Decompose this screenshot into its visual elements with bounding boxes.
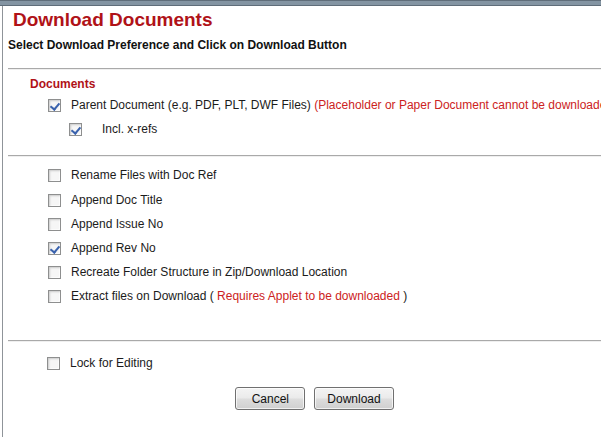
divider-top: [8, 68, 601, 69]
incl-xrefs-checkbox[interactable]: [69, 123, 82, 136]
recreate-folder-checkbox[interactable]: [48, 266, 61, 279]
lock-for-editing-checkbox[interactable]: [47, 357, 60, 370]
divider-middle: [8, 155, 601, 156]
rename-files-checkbox[interactable]: [48, 169, 61, 182]
parent-document-row: Parent Document (e.g. PDF, PLT, DWF File…: [48, 98, 601, 112]
option-row-extract-files: Extract files on Download ( Requires App…: [48, 289, 407, 303]
lock-for-editing-row: Lock for Editing: [47, 356, 153, 370]
dialog-title: Download Documents: [13, 9, 213, 31]
divider-bottom: [8, 340, 601, 341]
option-row-append-doc-title: Append Doc Title: [48, 193, 162, 207]
dialog-subtitle: Select Download Preference and Click on …: [8, 38, 347, 52]
option-row-append-rev-no: Append Rev No: [48, 241, 156, 255]
option-row-recreate-folder: Recreate Folder Structure in Zip/Downloa…: [48, 265, 347, 279]
action-buttons: Cancel Download: [14, 387, 601, 410]
cancel-button[interactable]: Cancel: [235, 387, 305, 410]
append-rev-no-label: Append Rev No: [71, 241, 156, 255]
incl-xrefs-label: Incl. x-refs: [102, 122, 157, 136]
dialog-top-edge: [0, 0, 601, 6]
append-issue-no-checkbox[interactable]: [48, 218, 61, 231]
dialog-left-edge: [2, 6, 3, 437]
append-issue-no-label: Append Issue No: [71, 217, 163, 231]
recreate-folder-label: Recreate Folder Structure in Zip/Downloa…: [71, 265, 347, 279]
lock-for-editing-label: Lock for Editing: [70, 356, 153, 370]
append-doc-title-label: Append Doc Title: [71, 193, 162, 207]
append-rev-no-checkbox[interactable]: [48, 242, 61, 255]
option-row-rename-files: Rename Files with Doc Ref: [48, 168, 216, 182]
parent-document-note: (Placeholder or Paper Document cannot be…: [314, 98, 601, 112]
option-row-append-issue-no: Append Issue No: [48, 217, 163, 231]
extract-files-checkbox[interactable]: [48, 290, 61, 303]
extract-files-label: Extract files on Download ( Requires App…: [71, 289, 407, 303]
parent-document-label: Parent Document (e.g. PDF, PLT, DWF File…: [71, 98, 601, 112]
download-button[interactable]: Download: [314, 387, 393, 410]
incl-xrefs-row: Incl. x-refs: [69, 122, 157, 136]
download-documents-dialog: Download Documents Select Download Prefe…: [0, 0, 601, 437]
parent-document-checkbox[interactable]: [48, 99, 61, 112]
rename-files-label: Rename Files with Doc Ref: [71, 168, 216, 182]
extract-files-note: Requires Applet to be downloaded: [217, 289, 400, 303]
append-doc-title-checkbox[interactable]: [48, 194, 61, 207]
documents-section-heading: Documents: [30, 77, 95, 91]
